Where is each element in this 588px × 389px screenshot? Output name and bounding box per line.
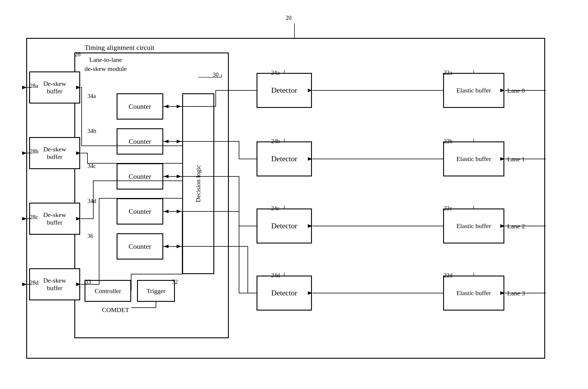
label-20: 20 xyxy=(286,15,292,21)
counter-b-label: Counter xyxy=(129,138,151,146)
ref-22b: 22b xyxy=(444,138,452,145)
ref-24b: 24b xyxy=(271,138,280,145)
counter-e-box: Counter xyxy=(117,233,163,260)
elastic-buffer-a-label: Elastic buffer xyxy=(457,87,491,94)
elastic-buffer-d-label: Elastic buffer xyxy=(457,289,491,297)
trigger-box: Trigger xyxy=(137,280,175,302)
ref-24a: 24a xyxy=(271,69,280,76)
deskew-buffer-c-label: De-skewbuffer xyxy=(43,211,66,226)
ref-34c: 34c xyxy=(87,163,96,169)
ref-24d: 24d xyxy=(271,272,280,279)
detector-b-box: Detector xyxy=(257,141,312,176)
ref-22a: 22a xyxy=(444,69,452,76)
counter-a-label: Counter xyxy=(129,103,151,111)
ref-28c: 28c xyxy=(30,214,38,220)
ref-22c: 22c xyxy=(444,205,452,212)
detector-a-label: Detector xyxy=(271,86,297,95)
deskew-buffer-b-label: De-skewbuffer xyxy=(43,146,66,161)
lane-3-label: Lane 3 xyxy=(507,290,525,297)
ref-32: 32 xyxy=(172,278,178,285)
detector-c-box: Detector xyxy=(257,208,312,243)
ref-34b: 34b xyxy=(87,128,96,134)
counter-c-label: Counter xyxy=(129,173,151,181)
decision-logic-label: Decision logic xyxy=(194,165,202,202)
counter-a-box: Counter xyxy=(117,93,163,120)
counter-b-box: Counter xyxy=(117,128,163,155)
lane-0-label: Lane 0 xyxy=(507,87,525,94)
lane-1-label: Lane 1 xyxy=(507,155,525,163)
detector-b-label: Detector xyxy=(271,155,297,163)
ref-24c: 24c xyxy=(271,205,280,212)
ref-33: 33 xyxy=(85,278,91,285)
trigger-label: Trigger xyxy=(146,287,165,295)
elastic-buffer-b-label: Elastic buffer xyxy=(457,155,491,163)
deskew-buffer-a-label: De-skewbuffer xyxy=(43,80,66,95)
ref-28d: 28d xyxy=(30,279,38,286)
counter-d-label: Counter xyxy=(129,208,151,215)
ref-34a: 34a xyxy=(87,93,96,99)
detector-c-label: Detector xyxy=(271,222,297,230)
elastic-buffer-d: Elastic buffer xyxy=(443,276,504,311)
detector-a-box: Detector xyxy=(257,73,312,108)
elastic-buffer-b: Elastic buffer xyxy=(443,141,504,176)
ref-34d: 34d xyxy=(87,198,96,204)
deskew-buffer-d-label: De-skewbuffer xyxy=(43,277,66,292)
comdet-label: COMDET xyxy=(102,306,129,314)
decision-logic-box: Decision logic xyxy=(182,93,214,274)
elastic-buffer-c: Elastic buffer xyxy=(443,208,504,243)
ref-36: 36 xyxy=(87,233,93,239)
ref-22d: 22d xyxy=(444,272,452,279)
counter-c-box: Counter xyxy=(117,163,163,190)
detector-d-label: Detector xyxy=(271,289,297,297)
controller-box: Controller xyxy=(85,280,131,302)
ref-28a: 28a xyxy=(30,83,38,89)
timing-alignment-label: Timing alignment circuit xyxy=(85,44,154,52)
detector-d-box: Detector xyxy=(257,276,312,311)
elastic-buffer-a: Elastic buffer xyxy=(443,73,504,108)
counter-d-box: Counter xyxy=(117,198,163,225)
controller-label: Controller xyxy=(95,287,121,295)
elastic-buffer-c-label: Elastic buffer xyxy=(457,222,491,230)
counter-e-label: Counter xyxy=(129,243,151,250)
lane-2-label: Lane 2 xyxy=(507,222,525,230)
label-30: 30 xyxy=(213,71,219,78)
ref-28b: 28b xyxy=(30,148,38,155)
deskew-module-label: Lane-to-lanede-skew module xyxy=(85,55,127,73)
